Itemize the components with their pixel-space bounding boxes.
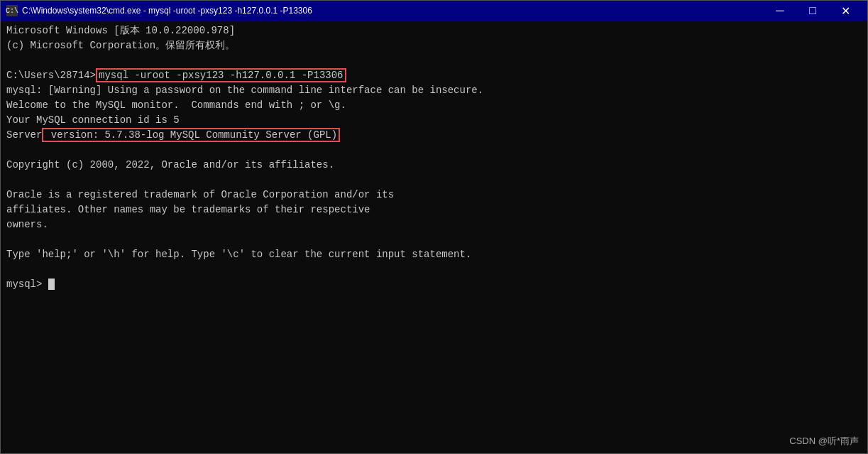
line-empty-3 [6, 173, 862, 188]
line-connection-id: Your MySQL connection id is 5 [6, 113, 862, 128]
line-oracle-tm-3: owners. [6, 217, 862, 232]
line-copyright: (c) Microsoft Corporation。保留所有权利。 [6, 38, 862, 53]
window-icon: C:\ [6, 5, 18, 16]
line-oracle-tm-1: Oracle is a registered trademark of Orac… [6, 188, 862, 202]
cmd-window: C:\ C:\Windows\system32\cmd.exe - mysql … [0, 0, 868, 454]
line-empty-5 [6, 262, 862, 277]
server-version-highlight: version: 5.7.38-log MySQL Community Serv… [42, 128, 340, 142]
line-empty-2 [6, 143, 862, 158]
cursor [48, 279, 55, 290]
maximize-button[interactable]: □ [796, 1, 829, 21]
line-server-version: Server version: 5.7.38-log MySQL Communi… [6, 128, 862, 143]
line-empty-1 [6, 53, 862, 68]
terminal-body: Microsoft Windows [版本 10.0.22000.978] (c… [1, 21, 867, 453]
watermark: CSDN @听*雨声 [789, 434, 859, 448]
line-windows-version: Microsoft Windows [版本 10.0.22000.978] [6, 23, 862, 38]
line-welcome: Welcome to the MySQL monitor. Commands e… [6, 98, 862, 113]
window-controls: ─ □ ✕ [764, 1, 862, 21]
title-bar: C:\ C:\Windows\system32\cmd.exe - mysql … [1, 1, 867, 21]
line-mysql-prompt[interactable]: mysql> [6, 277, 862, 292]
server-prefix: Server [6, 129, 42, 141]
line-command: C:\Users\28714>mysql -uroot -pxsy123 -h1… [6, 68, 862, 83]
line-warning: mysql: [Warning] Using a password on the… [6, 83, 862, 98]
mysql-prompt-text: mysql> [6, 279, 48, 290]
close-button[interactable]: ✕ [829, 1, 862, 21]
line-oracle-tm-2: affiliates. Other names may be trademark… [6, 202, 862, 217]
title-bar-text: C:\Windows\system32\cmd.exe - mysql -uro… [22, 6, 764, 16]
line-help-text: Type 'help;' or '\h' for help. Type '\c'… [6, 247, 862, 262]
line-empty-4 [6, 232, 862, 247]
minimize-button[interactable]: ─ [764, 1, 796, 21]
line-copyright-oracle: Copyright (c) 2000, 2022, Oracle and/or … [6, 158, 862, 173]
prompt-prefix: C:\Users\28714> [6, 70, 96, 81]
command-highlight: mysql -uroot -pxsy123 -h127.0.0.1 -P1330… [96, 68, 346, 82]
